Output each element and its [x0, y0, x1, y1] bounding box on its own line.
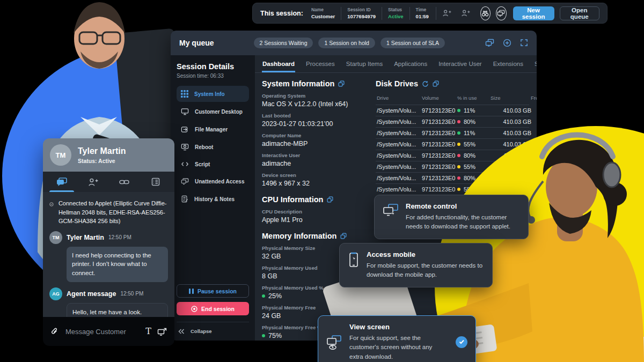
text-format-icon[interactable]: T	[145, 327, 151, 336]
sidebar-item-label: File Manager	[195, 127, 228, 132]
view-screen-tooltip: View screen For quick support, see the c…	[318, 315, 476, 362]
record-icon	[191, 306, 197, 312]
screen-share-icon[interactable]	[157, 328, 167, 336]
tooltip-title: Remote control	[406, 202, 520, 210]
avatar: TM	[50, 144, 71, 166]
sidebar-item-label: Customer Desktop	[195, 109, 243, 115]
session-time: Session time: 06:33	[177, 73, 249, 79]
collapse-button[interactable]: Collapse	[177, 322, 249, 335]
chat-header: TM Tyler Martin Status: Active	[43, 138, 174, 172]
this-session-label: This session:	[260, 10, 303, 17]
status-dot	[262, 294, 265, 298]
open-queue-button[interactable]: Open queue	[560, 6, 600, 20]
unattended-icon	[181, 178, 189, 185]
tab-startup[interactable]: Startup	[534, 55, 537, 72]
session-field-time: Time01:59	[409, 7, 435, 20]
tab-notes[interactable]	[140, 172, 171, 192]
sidebar-item-history-notes[interactable]: History & Notes	[177, 191, 249, 207]
tab-applications[interactable]: Applications	[393, 55, 428, 72]
message-bubble: I need help connecting to the printer. I…	[67, 247, 168, 282]
tab-link[interactable]	[109, 172, 140, 192]
message-bubble: Hello, let me have a look.	[67, 303, 168, 317]
chat-input-bar: T	[43, 317, 174, 346]
tab-interactive-user[interactable]: Interactive User	[438, 55, 482, 72]
dashboard-tabs: Dashboard Processes Startup Items Applic…	[255, 55, 537, 73]
access-mobile-icon	[348, 252, 360, 268]
table-row: /System/Volu...97123123E011%460.43 GB410…	[376, 105, 529, 116]
tab-extensions[interactable]: Extensions	[493, 55, 524, 72]
tab-dashboard[interactable]: Dashboard	[262, 55, 295, 72]
sidebar-item-customer-desktop[interactable]: Customer Desktop	[177, 104, 249, 120]
grid-icon	[181, 90, 188, 98]
badge-sessions-waiting: 2 Sessions Waiting	[254, 38, 313, 48]
desktop-icon	[181, 108, 189, 115]
sidebar-item-label: History & Notes	[194, 196, 235, 202]
sidebar-item-system-info[interactable]: System Info	[177, 86, 249, 102]
tab-startup-items[interactable]: Startup Items	[346, 55, 383, 72]
collapse-icon	[178, 329, 185, 334]
sidebar-item-file-manager[interactable]: File Manager	[177, 121, 249, 137]
screen-share-icon[interactable]	[496, 6, 507, 20]
sidebar-item-unattended-access[interactable]: Unattended Access	[177, 173, 249, 189]
message-time: 12:50 PM	[108, 234, 131, 240]
divider	[436, 7, 436, 20]
code-icon	[181, 161, 189, 167]
session-field-id: Session ID1077694979	[341, 7, 382, 20]
pause-icon	[189, 289, 194, 294]
refresh-icon[interactable]	[422, 80, 429, 87]
copy-icon[interactable]	[433, 80, 439, 87]
session-field-status: StatusActive	[382, 7, 409, 20]
devices-icon[interactable]	[485, 39, 494, 47]
message-author: Agent message	[67, 290, 116, 298]
chat-tab-bar	[43, 172, 174, 192]
binoculars-icon[interactable]	[480, 6, 491, 20]
status-value: Active	[388, 13, 404, 19]
add-user-icon[interactable]	[442, 9, 451, 17]
copy-icon[interactable]	[338, 80, 345, 87]
remote-control-tooltip: Remote control For added functionality, …	[374, 195, 529, 239]
tab-processes[interactable]: Processes	[305, 55, 335, 72]
reboot-icon	[181, 143, 189, 151]
tooltip-title: Access mobile	[367, 250, 484, 258]
paperclip-icon[interactable]	[50, 327, 58, 336]
chat-message: TM Tyler Martin 12:50 PM I need help con…	[49, 231, 168, 282]
session-field-name: NameCustomer	[305, 7, 341, 20]
sidebar-item-script[interactable]: Script	[177, 157, 249, 172]
sidebar-item-label: System Info	[194, 91, 225, 97]
status-dot	[262, 334, 265, 337]
queue-title: My queue	[179, 39, 214, 47]
access-mobile-tooltip: Access mobile For mobile support, the cu…	[339, 243, 493, 287]
plus-circle-icon[interactable]	[503, 39, 511, 47]
section-title: System Information	[262, 79, 334, 88]
field-label: Last booted	[262, 113, 367, 119]
notes-icon	[181, 195, 188, 203]
queue-header: My queue 2 Sessions Waiting 1 Session on…	[171, 31, 537, 55]
tab-chat[interactable]	[46, 172, 77, 192]
view-screen-icon	[326, 335, 342, 350]
chat-window: TM Tyler Martin Status: Active Connected…	[43, 138, 174, 346]
tab-add-participant[interactable]	[77, 172, 108, 192]
sidebar-item-label: Reboot	[195, 144, 213, 150]
marketing-composite: My queue 2 Sessions Waiting 1 Session on…	[0, 0, 644, 362]
customer-status: Status: Active	[78, 158, 126, 164]
avatar: AG	[49, 287, 62, 300]
remote-control-icon	[383, 204, 399, 218]
session-details-panel: Session Details Session time: 06:33 Syst…	[171, 55, 255, 341]
message-input[interactable]	[64, 327, 140, 336]
end-session-button[interactable]: End session	[177, 302, 249, 315]
chat-message: AG Agent message 12:50 PM Hello, let me …	[49, 287, 168, 317]
new-session-button[interactable]: New session	[513, 6, 554, 20]
tooltip-text: For mobile support, the customer needs t…	[367, 261, 484, 280]
field-value: Mac OS X v12.2.0 (Intel x64)	[262, 100, 367, 108]
expand-icon[interactable]	[520, 39, 528, 47]
tooltip-text: For added functionality, the customer ne…	[406, 213, 520, 232]
pause-session-button[interactable]: Pause session	[177, 284, 249, 298]
invite-user-icon[interactable]	[461, 9, 470, 17]
session-topbar: This session: NameCustomer Session ID107…	[252, 3, 608, 24]
customer-name: Tyler Martin	[78, 146, 126, 156]
notes-list-icon	[151, 178, 160, 186]
sidebar-item-reboot[interactable]: Reboot	[177, 139, 249, 155]
queue-badges: 2 Sessions Waiting 1 Session on hold 1 S…	[254, 38, 445, 48]
system-message: Connected to Applet (Elliptic Curve Diff…	[49, 199, 168, 226]
chat-message-list: Connected to Applet (Elliptic Curve Diff…	[43, 192, 174, 317]
